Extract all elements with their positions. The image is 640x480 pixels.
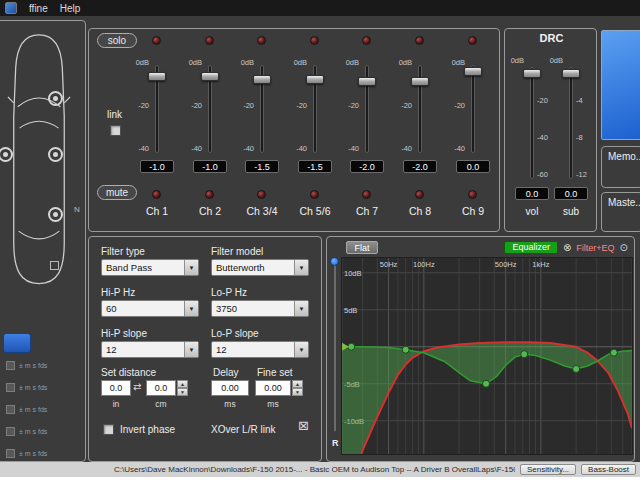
channel-fader-handle[interactable] bbox=[464, 67, 482, 76]
solo-led[interactable] bbox=[468, 36, 477, 45]
channel-fader-handle[interactable] bbox=[148, 72, 166, 81]
distance-in-input[interactable]: 0.0 bbox=[101, 380, 131, 396]
sensitivity-button[interactable]: Sensitivity... bbox=[520, 464, 576, 475]
car-row-text: ± m s fds bbox=[19, 384, 47, 391]
drc-fader-track[interactable] bbox=[569, 67, 573, 179]
speaker-icon[interactable] bbox=[48, 147, 63, 162]
car-info-row: ± m s fds bbox=[6, 445, 47, 461]
channel-gain-value[interactable]: -1.0 bbox=[193, 160, 227, 173]
drc-fader-track[interactable] bbox=[530, 67, 534, 179]
spinner-down-icon[interactable]: ▼ bbox=[177, 388, 188, 396]
channel-row-icon bbox=[6, 361, 15, 370]
solo-led[interactable] bbox=[362, 36, 371, 45]
lop-hz-dropdown[interactable]: 3750 ▼ bbox=[211, 300, 309, 317]
channel-gain-value[interactable]: 0.0 bbox=[456, 160, 490, 173]
mute-led[interactable] bbox=[362, 190, 371, 199]
bass-boost-button[interactable]: Bass-Boost bbox=[581, 464, 636, 475]
mute-led[interactable] bbox=[205, 190, 214, 199]
speaker-icon[interactable] bbox=[48, 207, 63, 222]
mute-led[interactable] bbox=[257, 190, 266, 199]
filter-type-dropdown[interactable]: Band Pass ▼ bbox=[101, 259, 199, 276]
car-info-row: ± m s fds bbox=[6, 357, 47, 373]
invert-phase-checkbox[interactable] bbox=[103, 424, 114, 435]
chevron-down-icon[interactable]: ▼ bbox=[184, 342, 198, 357]
channel-gain-value[interactable]: -2.0 bbox=[403, 160, 437, 173]
channel-fader-handle[interactable] bbox=[201, 72, 219, 81]
fine-set-label: Fine set bbox=[257, 367, 293, 378]
eq-graph-area[interactable]: 50Hz100Hz500Hz1kHz10dB5dB-5dB-10dB bbox=[341, 257, 633, 455]
distance-link-icon[interactable]: ⇄ bbox=[133, 382, 141, 392]
fader-tick-label: 0dB bbox=[119, 59, 149, 67]
channel-gain-value[interactable]: -1.0 bbox=[140, 160, 174, 173]
chevron-down-icon[interactable]: ▼ bbox=[184, 301, 198, 316]
spinner-up-icon[interactable]: ▲ bbox=[292, 380, 303, 388]
chevron-down-icon[interactable]: ▼ bbox=[294, 301, 308, 316]
hip-hz-dropdown[interactable]: 60 ▼ bbox=[101, 300, 199, 317]
mute-led[interactable] bbox=[152, 190, 161, 199]
svg-text:100Hz: 100Hz bbox=[413, 260, 435, 269]
car-row-text: ± m s fds bbox=[19, 406, 47, 413]
speaker-icon[interactable] bbox=[48, 91, 63, 106]
fine-set-input[interactable]: 0.00 bbox=[255, 380, 291, 396]
channel-fader-track[interactable] bbox=[471, 65, 475, 153]
chevron-down-icon[interactable]: ▼ bbox=[294, 260, 308, 275]
drc-fader-label: vol bbox=[512, 206, 552, 217]
channel-fader-handle[interactable] bbox=[306, 75, 324, 84]
circle-x-icon[interactable]: ⊗ bbox=[563, 243, 571, 253]
lop-slope-label: Lo-P slope bbox=[211, 328, 259, 339]
car-info-row: ± m s fds bbox=[6, 379, 47, 395]
mute-led[interactable] bbox=[468, 190, 477, 199]
channel-fader-handle[interactable] bbox=[253, 75, 271, 84]
solo-group-label: solo bbox=[97, 33, 137, 48]
distance-spinner[interactable]: ▲▼ bbox=[177, 380, 188, 396]
drc-value[interactable]: 0.0 bbox=[554, 187, 588, 200]
filter-model-value: Butterworth bbox=[212, 260, 294, 275]
chevron-down-icon[interactable]: ▼ bbox=[294, 342, 308, 357]
drc-fader-handle[interactable] bbox=[523, 69, 541, 78]
solo-led[interactable] bbox=[257, 36, 266, 45]
fader-tick-label: 0dB bbox=[224, 59, 254, 67]
filter-panel: Filter type Filter model Band Pass ▼ But… bbox=[88, 236, 322, 462]
solo-led[interactable] bbox=[152, 36, 161, 45]
hip-slope-dropdown[interactable]: 12 ▼ bbox=[101, 341, 199, 358]
fine-set-spinner[interactable]: ▲▼ bbox=[292, 380, 303, 396]
channel-gain-value[interactable]: -1.5 bbox=[245, 160, 279, 173]
car-info-row: ± m s fds bbox=[6, 401, 47, 417]
channel-gain-value[interactable]: -2.0 bbox=[350, 160, 384, 173]
menu-item-offline[interactable]: ffine bbox=[29, 3, 48, 14]
xover-link-broken-icon[interactable]: ⊠ bbox=[298, 421, 309, 431]
subwoofer-icon[interactable] bbox=[50, 261, 59, 270]
drc-value[interactable]: 0.0 bbox=[515, 187, 549, 200]
mute-led[interactable] bbox=[415, 190, 424, 199]
drc-tick-label: -12 bbox=[576, 171, 596, 179]
menu-item-help[interactable]: Help bbox=[60, 3, 81, 14]
spinner-down-icon[interactable]: ▼ bbox=[292, 388, 303, 396]
mute-led[interactable] bbox=[310, 190, 319, 199]
flat-memory-button[interactable]: Flat bbox=[346, 241, 378, 254]
distance-cm-input[interactable]: 0.0 bbox=[146, 380, 176, 396]
spinner-up-icon[interactable]: ▲ bbox=[177, 380, 188, 388]
lop-slope-dropdown[interactable]: 12 ▼ bbox=[211, 341, 309, 358]
drc-fader-handle[interactable] bbox=[562, 69, 580, 78]
eq-gain-slider-track[interactable] bbox=[334, 259, 336, 431]
channel-fader-handle[interactable] bbox=[358, 77, 376, 86]
delay-input[interactable]: 0.00 bbox=[211, 380, 249, 396]
eq-gain-slider-thumb[interactable] bbox=[330, 257, 339, 266]
channel-gain-value[interactable]: -1.5 bbox=[298, 160, 332, 173]
car-select-button[interactable] bbox=[3, 333, 31, 353]
solo-led[interactable] bbox=[415, 36, 424, 45]
link-checkbox[interactable] bbox=[110, 125, 121, 136]
solo-led[interactable] bbox=[205, 36, 214, 45]
channel-fader-handle[interactable] bbox=[411, 77, 429, 86]
filter-model-dropdown[interactable]: Butterworth ▼ bbox=[211, 259, 309, 276]
channel-label: Ch 5/6 bbox=[289, 205, 341, 217]
radio-dot-icon[interactable]: ⊙ bbox=[620, 243, 628, 253]
filter-eq-mode-label[interactable]: Filter+EQ bbox=[576, 243, 614, 253]
solo-led[interactable] bbox=[310, 36, 319, 45]
eq-graph-svg[interactable]: 50Hz100Hz500Hz1kHz10dB5dB-5dB-10dB bbox=[342, 258, 632, 454]
fader-tick-label: -20 bbox=[382, 102, 412, 110]
equalizer-button[interactable]: Equalizer bbox=[504, 241, 558, 254]
device-display[interactable] bbox=[601, 30, 640, 140]
chevron-down-icon[interactable]: ▼ bbox=[184, 260, 198, 275]
drc-panel: DRC 0dB-20-40-600.0vol0dB-4-8-120.0sub bbox=[504, 28, 597, 232]
